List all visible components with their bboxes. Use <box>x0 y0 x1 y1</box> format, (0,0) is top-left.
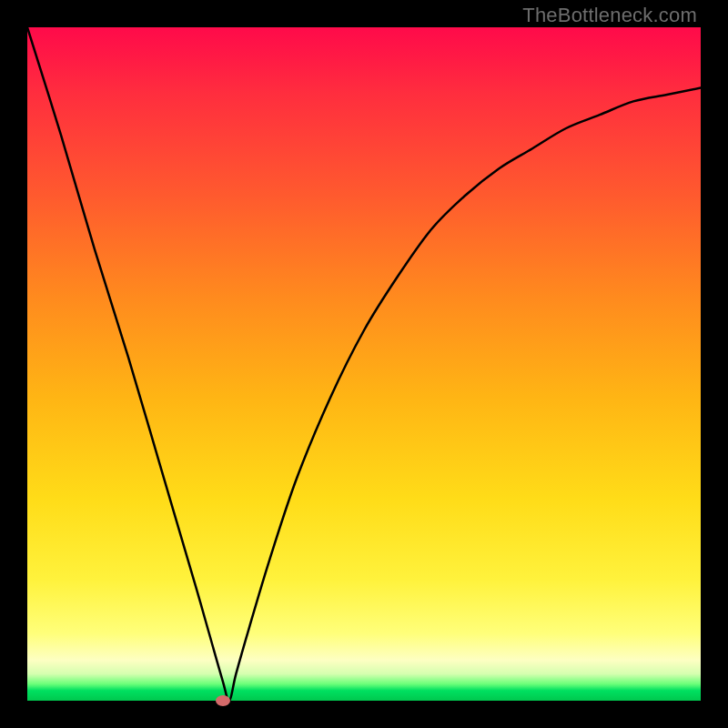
bottleneck-curve <box>27 27 701 701</box>
watermark-text: TheBottleneck.com <box>522 4 697 27</box>
chart-frame: TheBottleneck.com <box>0 0 728 728</box>
plot-area <box>27 27 701 701</box>
optimal-point-marker <box>216 695 230 706</box>
